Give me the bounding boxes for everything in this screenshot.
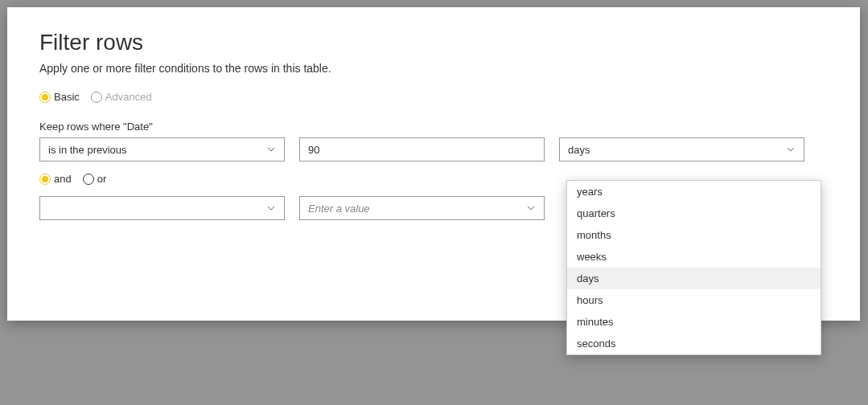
logic-and-radio[interactable]: and — [39, 173, 72, 185]
unit-option-minutes[interactable]: minutes — [567, 311, 821, 333]
chevron-down-icon — [526, 203, 536, 213]
chevron-down-icon — [786, 145, 796, 154]
radio-label-basic: Basic — [54, 91, 80, 103]
value-dropdown-2[interactable]: Enter a value — [299, 196, 545, 220]
mode-basic-radio[interactable]: Basic — [39, 91, 80, 103]
unit-option-weeks[interactable]: weeks — [567, 246, 821, 268]
operator-dropdown-2[interactable] — [39, 196, 285, 220]
radio-icon — [39, 174, 51, 185]
keep-rows-label: Keep rows where "Date" — [39, 121, 828, 133]
mode-radio-group: Basic Advanced — [39, 91, 828, 103]
unit-option-quarters[interactable]: quarters — [567, 202, 821, 224]
radio-icon — [83, 174, 94, 185]
operator-value — [48, 202, 51, 215]
mode-advanced-radio[interactable]: Advanced — [91, 91, 152, 103]
radio-icon — [39, 92, 51, 103]
radio-icon — [91, 92, 102, 103]
unit-option-days[interactable]: days — [567, 268, 821, 289]
radio-label-or: or — [97, 173, 107, 185]
chevron-down-icon — [266, 145, 276, 154]
operator-dropdown-1[interactable]: is in the previous — [39, 137, 285, 162]
radio-label-advanced: Advanced — [105, 91, 152, 103]
unit-option-seconds[interactable]: seconds — [567, 333, 821, 354]
radio-label-and: and — [54, 173, 72, 185]
dialog-subtitle: Apply one or more filter conditions to t… — [39, 62, 828, 75]
unit-option-hours[interactable]: hours — [567, 289, 821, 311]
operator-value: is in the previous — [48, 144, 127, 156]
unit-dropdown-1[interactable]: days — [559, 137, 804, 162]
unit-option-years[interactable]: years — [567, 181, 821, 202]
value-placeholder: Enter a value — [308, 202, 370, 215]
unit-option-months[interactable]: months — [567, 224, 821, 246]
value-field[interactable] — [308, 138, 536, 161]
value-input-1[interactable] — [299, 137, 545, 162]
dialog-title: Filter rows — [39, 30, 828, 55]
filter-row-1: is in the previous days — [39, 137, 828, 162]
unit-value: days — [568, 144, 590, 156]
chevron-down-icon — [266, 203, 276, 213]
logic-or-radio[interactable]: or — [83, 173, 107, 185]
unit-dropdown-list[interactable]: yearsquartersmonthsweeksdayshoursminutes… — [566, 180, 821, 355]
